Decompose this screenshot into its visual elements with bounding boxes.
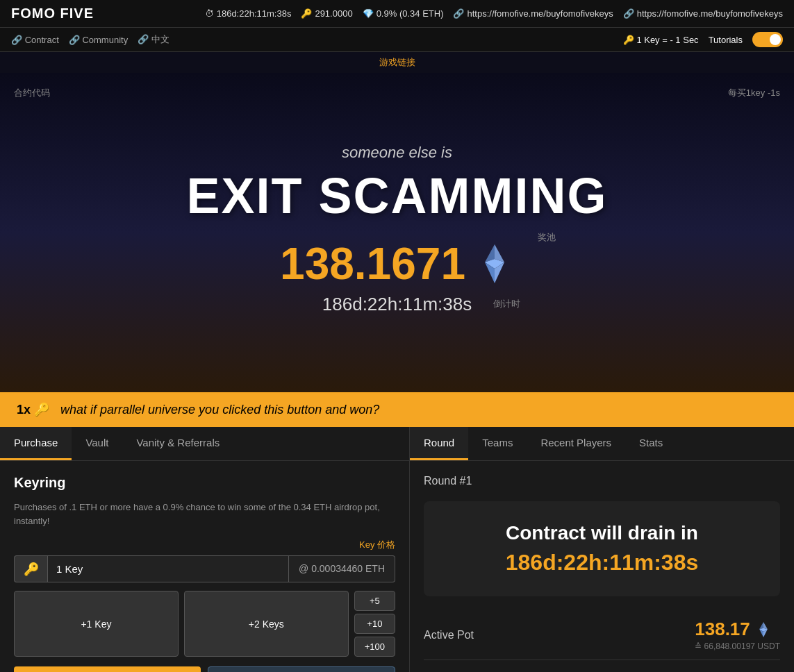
qty-btn-10[interactable]: +10 (354, 614, 395, 634)
header: FOMO FIVE ⏱ 186d:22h:11m:38s 🔑 291.0000 … (0, 0, 794, 28)
tutorials-label: Tutorials (709, 35, 743, 45)
drain-text: Contract will drain in (438, 522, 766, 544)
game-link-bar: 游戏链接 (0, 52, 794, 73)
round-label: Round #1 (424, 475, 780, 487)
logo: FOMO FIVE (11, 6, 94, 22)
nav-contract[interactable]: 🔗 Contract (11, 35, 59, 45)
send-eth-button[interactable]: ◈ Send ETH (14, 666, 201, 672)
purchase-content: Keyring Purchases of .1 ETH or more have… (0, 461, 409, 672)
game-link-label: 游戏链接 (379, 57, 415, 67)
right-tabs: Round Teams Recent Players Stats (410, 427, 794, 461)
tab-stats[interactable]: Stats (625, 427, 677, 460)
header-links-row: 🔗 Contract 🔗 Community 🔗 中文 🔑 1 Key = - … (0, 28, 794, 52)
tab-vault[interactable]: Vault (72, 427, 122, 460)
left-tabs: Purchase Vault Vanity & Referrals (0, 427, 409, 461)
key-price-label: Key 价格 (14, 539, 395, 551)
qty-btn-1key[interactable]: +1 Key (14, 591, 179, 657)
active-pot-row: Active Pot 138.17 ≙ 66 (424, 610, 780, 660)
timer-stat: ⏱ 186d:22h:11m:38s (205, 8, 292, 19)
link1-value: https://fomofive.me/buyfomofivekeys (467, 8, 613, 19)
link2-stat[interactable]: 🔗 https://fomofive.me/buyfomofivekeys (623, 8, 783, 19)
pot-container: 138.1671 奖池 (280, 238, 514, 289)
keys-stat: 🔑 291.0000 (301, 8, 352, 19)
tab-vanity[interactable]: Vanity & Referrals (122, 427, 233, 460)
left-panel: Purchase Vault Vanity & Referrals Keyrin… (0, 427, 410, 672)
active-pot-value-container: 138.17 ≙ 66,848.00197 USDT (695, 619, 780, 651)
link2-icon: 🔗 (623, 8, 634, 19)
keys-value: 291.0000 (315, 8, 352, 19)
gem-icon: 💎 (363, 8, 374, 19)
drain-timer: 186d:22h:11m:38s (438, 550, 766, 576)
key-icon: 🔑 (301, 8, 312, 19)
stats-grid: Active Pot 138.17 ≙ 66 (424, 610, 780, 672)
timer-container: 186d:22h:11m:38s 倒计时 (322, 294, 472, 315)
round-content: Round #1 Contract will drain in 186d:22h… (410, 461, 794, 672)
contract-code-label: 合约代码 (14, 87, 50, 99)
hero-title: EXIT SCAMMING (186, 167, 607, 224)
qty-btn-5[interactable]: +5 (354, 591, 395, 611)
action-buttons: ◈ Send ETH 🤖 Use Vault (14, 666, 395, 672)
key-price-display: @ 0.00034460 ETH (289, 555, 395, 582)
link-icon: 🔗 (453, 8, 464, 19)
airdrop-value: 0.9% (0.34 ETH) (377, 8, 444, 19)
qty-btn-2keys[interactable]: +2 Keys (184, 591, 349, 657)
cta-text: what if parrallel universe you clicked t… (60, 403, 379, 417)
nav-chinese[interactable]: 🔗 中文 (138, 33, 169, 46)
keyring-desc: Purchases of .1 ETH or more have a 0.9% … (14, 501, 395, 528)
svg-marker-6 (759, 622, 763, 629)
header-right: 🔑 1 Key = - 1 Sec Tutorials (623, 32, 783, 47)
drain-box: Contract will drain in 186d:22h:11m:38s (424, 501, 780, 596)
eth-icon-large (475, 244, 514, 283)
link2-value: https://fomofive.me/buyfomofivekeys (637, 8, 783, 19)
cta-bar[interactable]: 1x 🔑 what if parrallel universe you clic… (0, 392, 794, 427)
pot-label: 奖池 (538, 231, 556, 244)
pot-value: 138.1671 (280, 238, 465, 289)
main-content: Purchase Vault Vanity & Referrals Keyrin… (0, 427, 794, 672)
tab-purchase[interactable]: Purchase (0, 427, 72, 460)
eth-icon-pot (756, 622, 771, 637)
active-pot-usdt: ≙ 66,848.00197 USDT (695, 641, 780, 651)
svg-marker-5 (763, 622, 768, 629)
hero-timer: 186d:22h:11m:38s (322, 294, 472, 315)
tutorials-toggle[interactable] (752, 32, 783, 47)
timer-label: 倒计时 (493, 298, 520, 310)
key-icon-box: 🔑 (14, 555, 47, 582)
key-input-row: 🔑 @ 0.00034460 ETH (14, 555, 395, 582)
cta-key-count: 1x 🔑 (17, 402, 49, 417)
nav-links: 🔗 Contract 🔗 Community 🔗 中文 (11, 33, 169, 46)
hero-section: 合约代码 每买1key -1s someone else is EXIT SCA… (0, 73, 794, 392)
header-stats: ⏱ 186d:22h:11m:38s 🔑 291.0000 💎 0.9% (0.… (205, 8, 783, 19)
nav-community[interactable]: 🔗 Community (69, 35, 128, 45)
key-quantity-input[interactable] (47, 555, 289, 582)
qty-btn-group: +5 +10 +100 (354, 591, 395, 657)
right-panel: Round Teams Recent Players Stats Round #… (410, 427, 794, 672)
link1-stat[interactable]: 🔗 https://fomofive.me/buyfomofivekeys (453, 8, 613, 19)
qty-btn-100[interactable]: +100 (354, 637, 395, 657)
timer-icon: ⏱ (205, 8, 214, 19)
key-setting: 🔑 1 Key = - 1 Sec (623, 35, 699, 45)
tab-teams[interactable]: Teams (468, 427, 527, 460)
use-vault-button[interactable]: 🤖 Use Vault (208, 666, 396, 672)
active-pot-value: 138.17 (695, 619, 780, 640)
keyring-title: Keyring (14, 475, 395, 491)
airdrop-stat: 💎 0.9% (0.34 ETH) (363, 8, 444, 19)
per-buy-label: 每买1key -1s (728, 87, 780, 99)
hero-subtitle: someone else is (342, 144, 452, 162)
tab-recent-players[interactable]: Recent Players (527, 427, 625, 460)
tab-round[interactable]: Round (410, 427, 468, 460)
qty-buttons: +1 Key +2 Keys +5 +10 +100 (14, 591, 395, 657)
active-pot-label: Active Pot (424, 629, 474, 641)
timer-value: 186d:22h:11m:38s (217, 8, 292, 19)
